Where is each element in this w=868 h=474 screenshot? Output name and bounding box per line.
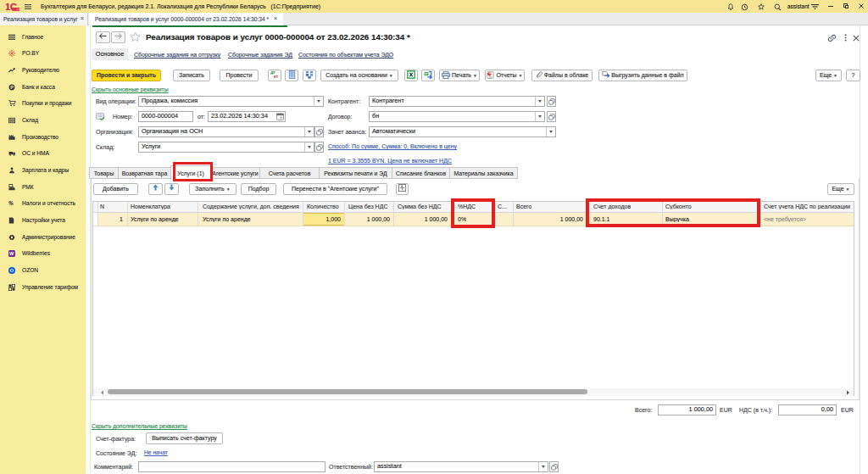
svg-text:W: W — [9, 251, 14, 256]
svg-text:%: % — [8, 201, 14, 207]
svg-text:Р: Р — [10, 85, 14, 90]
svg-text:КТ: КТ — [274, 75, 279, 78]
